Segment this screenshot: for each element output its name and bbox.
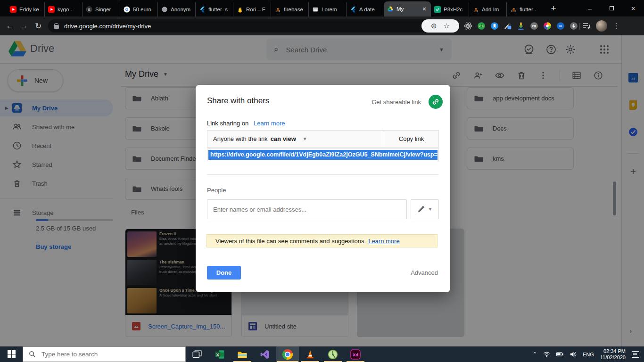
maximize-button[interactable]	[601, 0, 622, 16]
taskbar-adobe-xd-icon[interactable]: Xd	[344, 346, 367, 362]
taskbar-clock[interactable]: 02:34 PM 11/02/2020	[600, 348, 626, 361]
taskbar-android-studio-icon[interactable]	[322, 346, 344, 362]
people-label: People	[207, 187, 226, 194]
extension-medium-icon[interactable]: m	[530, 22, 538, 30]
browser-tab-6[interactable]: Rori – F	[233, 2, 271, 16]
extension-color-wheel-icon[interactable]	[543, 22, 552, 30]
svg-text:G: G	[125, 7, 129, 12]
banner-learn-more-link[interactable]: Learn more	[368, 238, 399, 245]
tab-strip: Eddy kekygo - SSingerG50 euroAnonymflutt…	[0, 0, 644, 16]
lock-icon	[54, 23, 59, 29]
extension-atom-icon[interactable]	[464, 22, 472, 30]
browser-toolbar: ← → ↻ ⊕ ☆ m∞ | ⋮	[0, 16, 644, 35]
battery-icon[interactable]	[556, 351, 563, 358]
svg-text:S: S	[88, 8, 90, 12]
copy-link-button[interactable]: Copy link	[384, 131, 438, 147]
volume-icon[interactable]	[570, 351, 577, 358]
omnibox-end: ⊕ ☆	[421, 19, 459, 33]
extension-down-gray-icon[interactable]	[570, 22, 578, 30]
new-tab-button[interactable]: +	[547, 2, 560, 16]
tray-expand-icon[interactable]: ⌃	[533, 351, 537, 357]
taskbar-vlc-icon[interactable]	[299, 346, 322, 362]
browser-tab-11[interactable]: P8xH2c	[431, 2, 469, 16]
shareable-link-icon[interactable]	[429, 95, 443, 109]
share-url-selected-text: https://drive.google.com/file/d/1VdjEgb0…	[208, 150, 438, 160]
browser-tab-5[interactable]: flutter_s	[195, 2, 233, 16]
browser-tab-7[interactable]: firebase	[271, 2, 308, 16]
forward-icon[interactable]: →	[17, 21, 31, 31]
omnibox[interactable]: ⊕ ☆	[48, 19, 459, 33]
minimize-button[interactable]: –	[579, 0, 601, 16]
taskbar-chrome-icon[interactable]	[276, 346, 299, 362]
tab-favicon-stackoverflow-icon	[472, 6, 479, 13]
tab-label: Add Im	[482, 7, 503, 12]
url-input[interactable]	[63, 22, 459, 30]
zoom-icon[interactable]: ⊕	[431, 22, 437, 30]
tab-label: Eddy ke	[19, 7, 41, 12]
chrome-ball-icon	[282, 349, 293, 360]
extension-idm-icon[interactable]	[477, 22, 486, 30]
permission-pencil-button[interactable]: ▼	[411, 199, 439, 219]
pencil-caret-icon: ▼	[428, 207, 432, 212]
windows-logo-icon	[8, 350, 16, 358]
tab-favicon-globe-icon	[161, 6, 168, 13]
tab-label: Singer	[95, 7, 116, 12]
taskbar-search[interactable]	[23, 346, 186, 362]
reload-icon[interactable]: ↻	[31, 21, 45, 31]
wifi-icon[interactable]	[543, 351, 550, 358]
clock-time: 02:34 PM	[600, 348, 626, 354]
browser-tab-1[interactable]: kygo -	[44, 2, 82, 16]
tab-close-icon[interactable]: ×	[421, 6, 428, 12]
browser-tab-4[interactable]: Anonym	[157, 2, 195, 16]
start-button[interactable]	[0, 346, 23, 362]
pencil-icon	[417, 206, 425, 213]
tab-label: My	[396, 6, 418, 12]
learn-more-link[interactable]: Learn more	[254, 120, 285, 127]
share-url-field[interactable]: https://drive.google.com/file/d/1VdjEgb0…	[207, 148, 439, 161]
language-indicator[interactable]: ENG	[583, 352, 594, 357]
tab-favicon-green-app-icon	[434, 6, 441, 13]
permission-level: can view	[271, 135, 296, 142]
tab-favicon-google-icon: G	[124, 6, 130, 13]
browser-tab-9[interactable]: A date	[346, 2, 384, 16]
tab-label: Lorem	[322, 7, 343, 12]
taskbar-excel-icon[interactable]: X	[208, 346, 231, 362]
window-controls: – ×	[579, 0, 644, 16]
extension-downloader-icon[interactable]	[517, 22, 525, 30]
link-sharing-status: Link sharing on	[207, 120, 248, 127]
extension-color-picker-icon[interactable]	[504, 22, 512, 30]
taskbar-task-view-icon[interactable]	[186, 346, 208, 362]
browser-tab-8[interactable]: Lorem	[308, 2, 346, 16]
taskbar-file-explorer-icon[interactable]	[231, 346, 254, 362]
tab-favicon-image-icon	[312, 6, 319, 13]
extension-bookmark-blue-icon[interactable]	[490, 22, 499, 30]
browser-tab-10[interactable]: My×	[384, 1, 431, 16]
tab-label: flutter_s	[208, 7, 230, 12]
extension-infinity-icon[interactable]: ∞	[556, 22, 565, 30]
browser-tab-0[interactable]: Eddy ke	[7, 2, 44, 16]
tab-favicon-stackoverflow-icon	[274, 6, 281, 13]
tab-favicon-stackoverflow-icon	[510, 6, 517, 13]
back-icon[interactable]: ←	[3, 21, 17, 31]
advanced-link[interactable]: Advanced	[411, 269, 438, 276]
permission-dropdown[interactable]: Anyone with the link can view ▼	[207, 131, 384, 147]
windows-taskbar: XXd ⌃ ENG 02:34 PM 11/02/2020	[0, 346, 644, 362]
browser-menu-icon[interactable]: ⋮	[613, 22, 620, 30]
tab-favicon-dark-s-icon: S	[86, 6, 92, 13]
browser-avatar[interactable]	[596, 20, 607, 32]
browser-tab-13[interactable]: flutter -	[506, 2, 544, 16]
people-input[interactable]	[207, 199, 407, 219]
taskbar-visual-studio-icon[interactable]	[254, 346, 276, 362]
tab-label: P8xH2c	[444, 7, 465, 12]
taskbar-search-input[interactable]	[41, 350, 163, 358]
browser-tab-3[interactable]: G50 euro	[120, 2, 157, 16]
action-center-icon[interactable]	[632, 351, 639, 358]
done-button[interactable]: Done	[207, 266, 241, 280]
bookmark-star-icon[interactable]: ☆	[444, 22, 450, 30]
browser-tab-2[interactable]: SSinger	[82, 2, 120, 16]
close-button[interactable]: ×	[622, 0, 644, 16]
banner-text: Viewers of this file can see comments an…	[215, 238, 366, 245]
get-shareable-link-label[interactable]: Get shareable link	[372, 99, 421, 106]
browser-tab-12[interactable]: Add Im	[469, 2, 506, 16]
playlist-icon[interactable]	[582, 21, 591, 31]
